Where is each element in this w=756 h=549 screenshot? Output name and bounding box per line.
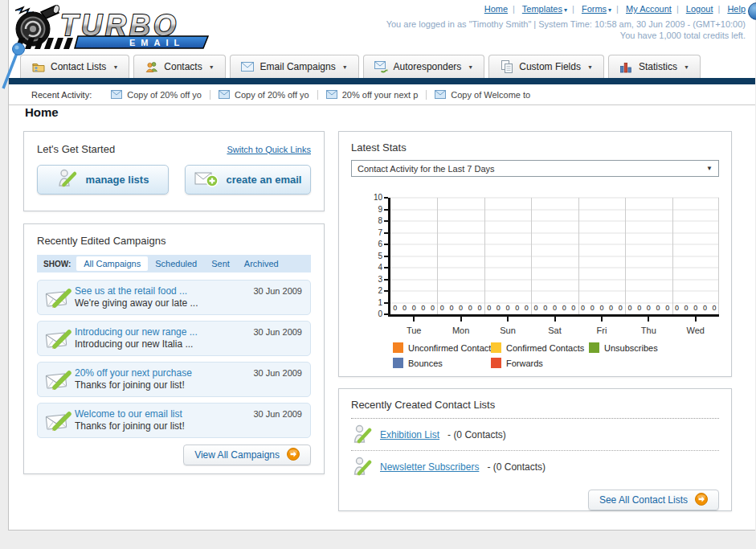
see-all-contact-lists-button[interactable]: See All Contact Lists [588,490,719,510]
gridline-horizontal [390,221,719,222]
value-label: 0 [562,304,566,312]
y-axis-tick [384,256,388,257]
switch-quick-links[interactable]: Switch to Quick Links [227,145,311,154]
header-nav-link[interactable]: Forms [582,4,607,14]
contact-list-link[interactable]: Newsletter Subscribers [380,461,479,473]
contact-list-link[interactable]: Exhibition List [380,429,439,440]
tab-label: Email Campaigns [260,61,336,72]
contact-lists-title: Recently Created Contact Lists [351,399,719,411]
legend-item: Forwards [491,358,589,368]
campaign-title-link[interactable]: See us at the retail food ... [75,285,198,297]
campaign-filter[interactable]: Scheduled [148,256,204,271]
y-axis-label: 5 [366,252,382,260]
gridline-vertical [578,198,579,314]
gridline-horizontal [390,302,719,303]
tab-statistics[interactable]: Statistics ▼ [608,55,701,78]
campaign-title-link[interactable]: 20% off your next purchase [75,367,192,379]
get-started-panel: Let's Get Started Switch to Quick Links … [23,131,325,211]
value-label: 0 [656,304,660,312]
chevron-down-icon: ▼ [209,64,215,70]
value-label: 0 [571,304,575,312]
recent-activity-item[interactable]: Copy of Welcome to [427,90,538,100]
legend-color-swatch [393,342,403,353]
separator: | [616,4,619,14]
value-label: 0 [412,304,416,312]
gridline-vertical [625,198,626,314]
x-axis-label: Wed [687,326,705,335]
header-nav-link[interactable]: Home [484,4,508,14]
y-axis-tick [384,302,388,304]
orange-arrow-icon [695,493,708,508]
chevron-down-icon: ▼ [706,165,713,172]
campaign-title-link[interactable]: Welcome to our email list [75,408,185,420]
value-label: 0 [647,304,651,312]
x-axis-tick [601,317,603,322]
header-nav-link-wrap: Templates▾| [522,4,579,14]
chart-legend: Unconfirmed Contacts Confirmed Contacts … [393,342,719,368]
y-axis-tick [384,290,388,292]
legend-color-swatch [393,358,403,368]
campaign-item[interactable]: Welcome to our email list Thanks for joi… [37,403,311,438]
view-all-campaigns-button[interactable]: View All Campaigns [183,445,311,465]
y-axis-tick [384,313,388,315]
value-label: 0 [525,304,529,312]
campaigns-panel-title: Recently Edited Campaigns [37,235,311,247]
value-label: 0 [440,304,444,312]
recent-activity-item[interactable]: Copy of 20% off yo [103,90,210,100]
tab-custom-fields[interactable]: Custom Fields ▼ [488,55,604,78]
tab-email-campaigns[interactable]: Email Campaigns ▼ [230,55,359,78]
recent-activity-item-label: 20% off your next p [342,90,419,100]
value-label: 0 [581,304,585,312]
x-axis-label: Mon [452,326,469,335]
main-nav: Contact Lists ▼ Contacts ▼ Email Campaig… [20,55,755,78]
campaign-item[interactable]: Introducing our new range ... Introducin… [37,321,311,356]
contact-list-items: Exhibition List - (0 Contacts) Newslette… [351,419,719,482]
stats-dropdown[interactable]: Contact Activity for the Last 7 Days ▼ [351,160,719,177]
credits-info-line: You have 1,000 total credits left. [386,30,746,41]
campaign-subtitle: Thanks for joining our list! [75,379,192,391]
legend-item: Unsubscribes [589,342,687,353]
legend-color-swatch [491,358,501,368]
campaign-date: 30 Jun 2009 [253,286,302,296]
campaign-date: 30 Jun 2009 [253,327,302,337]
manage-lists-button[interactable]: manage lists [37,165,169,195]
tab-label: Statistics [639,61,677,72]
value-label: 0 [393,304,397,312]
header-nav-link[interactable]: Logout [686,4,713,14]
recent-activity-item-label: Copy of 20% off yo [235,90,309,100]
value-label: 0 [619,304,623,312]
latest-stats-panel: Latest Stats Contact Activity for the La… [338,131,732,377]
navy-divider-bar [9,78,755,84]
campaign-title-link[interactable]: Introducing our new range ... [75,326,198,338]
campaign-filter[interactable]: Sent [204,256,237,271]
tab-contacts[interactable]: Contacts ▼ [133,55,225,78]
tab-label: Contact Lists [51,61,106,72]
x-axis-tick [507,317,509,322]
campaign-filter[interactable]: All Campaigns [76,256,148,271]
campaign-item[interactable]: See us at the retail food ... We're givi… [37,280,311,315]
header-nav-link[interactable]: My Account [626,4,672,14]
create-email-button[interactable]: create an email [185,165,311,195]
stats-dropdown-value: Contact Activity for the Last 7 Days [358,164,495,174]
header-nav-link-wrap: Home| [484,4,520,14]
legend-color-swatch [589,342,599,353]
value-label: 0 [534,304,538,312]
header-nav-link[interactable]: Help [727,4,746,14]
recent-activity-label: Recent Activity: [31,90,92,100]
header-nav-link-wrap: Forms▾| [582,4,623,14]
y-axis-tick [384,279,388,281]
legend-label: Forwards [506,358,543,368]
tab-label: Custom Fields [519,61,581,72]
logo-title: TURBO [60,9,179,42]
header-nav-link[interactable]: Templates [522,4,562,14]
campaign-item[interactable]: 20% off your next purchase Thanks for jo… [37,362,311,397]
recent-activity-item[interactable]: Copy of 20% off yo [210,90,318,100]
login-info-line: You are logged in as "Timothy Smith" | S… [386,18,746,30]
tab-contact-lists[interactable]: Contact Lists ▼ [20,55,129,78]
value-label: 0 [543,304,547,312]
value-label-group: 00000 [390,304,437,312]
value-label: 0 [553,304,557,312]
recent-activity-item[interactable]: 20% off your next p [318,90,427,100]
tab-autoresponders[interactable]: Autoresponders ▼ [363,55,485,78]
campaign-filter[interactable]: Archived [237,256,286,271]
